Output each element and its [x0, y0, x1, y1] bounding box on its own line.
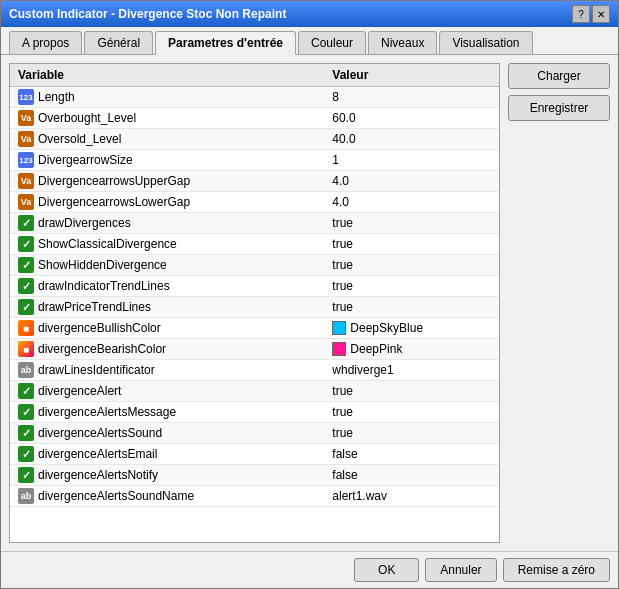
- table-row[interactable]: ✓drawDivergencestrue: [10, 213, 499, 234]
- table-row[interactable]: ✓divergenceAlertsMessagetrue: [10, 402, 499, 423]
- table-row[interactable]: ✓divergenceAlertsEmailfalse: [10, 444, 499, 465]
- var-name: drawIndicatorTrendLines: [38, 279, 170, 293]
- table-row[interactable]: VaOversold_Level40.0: [10, 129, 499, 150]
- val-cell: true: [324, 255, 499, 276]
- tab-couleur[interactable]: Couleur: [298, 31, 366, 54]
- var-cell: ■divergenceBearishColor: [10, 339, 324, 360]
- table-row[interactable]: ✓ShowClassicalDivergencetrue: [10, 234, 499, 255]
- var-cell: VaDivergencearrowsLowerGap: [10, 192, 324, 213]
- row-icon-val: Va: [18, 131, 34, 147]
- table-row[interactable]: VaOverbought_Level60.0: [10, 108, 499, 129]
- val-cell: true: [324, 381, 499, 402]
- table-row[interactable]: ✓divergenceAlertsNotifyfalse: [10, 465, 499, 486]
- val-cell: true: [324, 402, 499, 423]
- enregistrer-button[interactable]: Enregistrer: [508, 95, 610, 121]
- val-text: true: [332, 426, 353, 440]
- row-icon-bool: ✓: [18, 278, 34, 294]
- annuler-button[interactable]: Annuler: [425, 558, 496, 582]
- var-name: drawLinesIdentificator: [38, 363, 155, 377]
- title-controls: ? ✕: [572, 5, 610, 23]
- val-text: true: [332, 384, 353, 398]
- row-icon-bool: ✓: [18, 425, 34, 441]
- row-icon-int: 123: [18, 89, 34, 105]
- var-cell: ✓divergenceAlert: [10, 381, 324, 402]
- table-row[interactable]: ✓ShowHiddenDivergencetrue: [10, 255, 499, 276]
- main-row: Variable Valeur 123Length8VaOverbought_L…: [9, 63, 610, 543]
- val-text: true: [332, 237, 353, 251]
- help-button[interactable]: ?: [572, 5, 590, 23]
- var-cell: ✓divergenceAlertsMessage: [10, 402, 324, 423]
- row-icon-color2: ■: [18, 341, 34, 357]
- val-cell: 4.0: [324, 171, 499, 192]
- var-name: DivergearrowSize: [38, 153, 133, 167]
- var-name: divergenceBearishColor: [38, 342, 166, 356]
- val-text: true: [332, 216, 353, 230]
- table-row[interactable]: 123DivergearrowSize1: [10, 150, 499, 171]
- var-name: divergenceBullishColor: [38, 321, 161, 335]
- var-name: DivergencearrowsUpperGap: [38, 174, 190, 188]
- table-row[interactable]: ✓divergenceAlertsSoundtrue: [10, 423, 499, 444]
- var-cell: ✓drawDivergences: [10, 213, 324, 234]
- remise-button[interactable]: Remise a zéro: [503, 558, 610, 582]
- var-cell: 123DivergearrowSize: [10, 150, 324, 171]
- var-name: divergenceAlertsSound: [38, 426, 162, 440]
- tab-params[interactable]: Parametres d'entrée: [155, 31, 296, 55]
- col-variable: Variable: [10, 64, 324, 87]
- row-icon-ab: ab: [18, 362, 34, 378]
- val-text: true: [332, 279, 353, 293]
- tab-visualisation[interactable]: Visualisation: [439, 31, 532, 54]
- tab-general[interactable]: Général: [84, 31, 153, 54]
- var-name: divergenceAlertsMessage: [38, 405, 176, 419]
- row-icon-int: 123: [18, 152, 34, 168]
- var-cell: ✓divergenceAlertsNotify: [10, 465, 324, 486]
- val-text: DeepSkyBlue: [350, 321, 423, 335]
- row-icon-bool: ✓: [18, 467, 34, 483]
- val-text: whdiverge1: [332, 363, 393, 377]
- main-window: Custom Indicator - Divergence Stoc Non R…: [0, 0, 619, 589]
- val-text: true: [332, 258, 353, 272]
- val-cell: false: [324, 444, 499, 465]
- var-cell: ✓drawIndicatorTrendLines: [10, 276, 324, 297]
- row-icon-bool: ✓: [18, 215, 34, 231]
- table-row[interactable]: abdrawLinesIdentificatorwhdiverge1: [10, 360, 499, 381]
- val-cell: true: [324, 234, 499, 255]
- val-cell: 8: [324, 87, 499, 108]
- var-name: Oversold_Level: [38, 132, 121, 146]
- charger-button[interactable]: Charger: [508, 63, 610, 89]
- var-name: drawDivergences: [38, 216, 131, 230]
- val-text: 60.0: [332, 111, 355, 125]
- tab-niveaux[interactable]: Niveaux: [368, 31, 437, 54]
- row-icon-ab: ab: [18, 488, 34, 504]
- val-cell: true: [324, 423, 499, 444]
- table-row[interactable]: ✓drawIndicatorTrendLinestrue: [10, 276, 499, 297]
- var-cell: ✓divergenceAlertsEmail: [10, 444, 324, 465]
- var-name: ShowHiddenDivergence: [38, 258, 167, 272]
- table-row[interactable]: abdivergenceAlertsSoundNamealert1.wav: [10, 486, 499, 507]
- val-text: 4.0: [332, 195, 349, 209]
- ok-button[interactable]: OK: [354, 558, 419, 582]
- row-icon-bool: ✓: [18, 236, 34, 252]
- val-text: true: [332, 405, 353, 419]
- table-row[interactable]: ✓drawPriceTrendLinestrue: [10, 297, 499, 318]
- var-cell: VaOversold_Level: [10, 129, 324, 150]
- val-text: 40.0: [332, 132, 355, 146]
- row-icon-bool: ✓: [18, 299, 34, 315]
- var-cell: 123Length: [10, 87, 324, 108]
- table-row[interactable]: ✓divergenceAlerttrue: [10, 381, 499, 402]
- var-name: divergenceAlertsNotify: [38, 468, 158, 482]
- table-row[interactable]: VaDivergencearrowsLowerGap4.0: [10, 192, 499, 213]
- var-cell: ✓ShowClassicalDivergence: [10, 234, 324, 255]
- table-row[interactable]: ■divergenceBearishColorDeepPink: [10, 339, 499, 360]
- val-text: alert1.wav: [332, 489, 387, 503]
- table-row[interactable]: ■divergenceBullishColorDeepSkyBlue: [10, 318, 499, 339]
- tab-apropos[interactable]: A propos: [9, 31, 82, 54]
- var-cell: abdrawLinesIdentificator: [10, 360, 324, 381]
- val-cell: 4.0: [324, 192, 499, 213]
- color-swatch: [332, 321, 346, 335]
- var-name: divergenceAlert: [38, 384, 121, 398]
- close-button[interactable]: ✕: [592, 5, 610, 23]
- var-name: Length: [38, 90, 75, 104]
- var-cell: ✓ShowHiddenDivergence: [10, 255, 324, 276]
- table-row[interactable]: 123Length8: [10, 87, 499, 108]
- table-row[interactable]: VaDivergencearrowsUpperGap4.0: [10, 171, 499, 192]
